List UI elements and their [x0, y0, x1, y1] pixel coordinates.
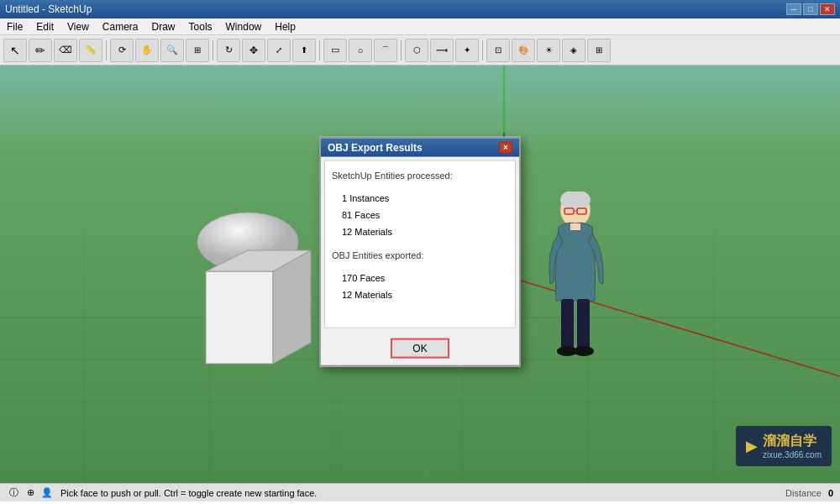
spacer-1 — [332, 184, 508, 191]
menubar: File Edit View Camera Draw Tools Window … — [0, 18, 840, 35]
tool-select[interactable]: ↖ — [3, 39, 27, 62]
dialog-body: SketchUp Entities processed: 1 Instances… — [324, 160, 516, 328]
tool-pushpull[interactable]: ⬆ — [292, 39, 316, 62]
distance-value: 0 — [828, 488, 833, 498]
close-button[interactable]: ✕ — [820, 3, 835, 15]
menu-camera[interactable]: Camera — [96, 18, 145, 34]
menu-file[interactable]: File — [0, 18, 29, 34]
info-icon[interactable]: ⓘ — [7, 486, 20, 500]
tool-layers[interactable]: ⊞ — [587, 39, 611, 62]
spacer-2 — [332, 240, 508, 247]
dialog-overlay: OBJ Export Results × SketchUp Entities p… — [0, 66, 840, 483]
tool-offset[interactable]: ⬡ — [405, 39, 428, 62]
menu-view[interactable]: View — [60, 18, 96, 34]
menu-tools[interactable]: Tools — [182, 18, 219, 34]
menu-draw[interactable]: Draw — [145, 18, 182, 34]
tool-zoom[interactable]: 🔍 — [160, 39, 184, 62]
tool-pencil[interactable]: ✏ — [29, 39, 52, 62]
dialog-instances: 1 Instances — [332, 191, 508, 207]
separator-2 — [213, 40, 213, 60]
dialog-title: OBJ Export Results — [328, 141, 423, 153]
status-icons: ⓘ ⊕ 👤 — [7, 486, 54, 500]
tool-scale[interactable]: ⤢ — [267, 39, 291, 62]
tool-styles[interactable]: ◈ — [562, 39, 585, 62]
tool-rectangle[interactable]: ▭ — [323, 39, 347, 62]
tool-eraser[interactable]: ⌫ — [54, 39, 77, 62]
titlebar-title: Untitled - SketchUp — [5, 3, 92, 15]
obj-export-dialog: OBJ Export Results × SketchUp Entities p… — [319, 136, 521, 366]
section1-label: SketchUp Entities processed: — [332, 167, 508, 184]
tool-tape[interactable]: 📏 — [79, 39, 102, 62]
tool-zoom-extents[interactable]: ⊞ — [186, 39, 209, 62]
person-icon[interactable]: 👤 — [40, 486, 54, 500]
dialog-materials1: 12 Materials — [332, 223, 508, 240]
status-text: Pick face to push or pull. Ctrl = toggle… — [60, 488, 779, 498]
viewport[interactable]: OBJ Export Results × SketchUp Entities p… — [0, 66, 840, 483]
dialog-materials2: 12 Materials — [332, 287, 508, 304]
minimize-button[interactable]: ─ — [786, 3, 801, 15]
separator-5 — [482, 40, 483, 60]
dialog-titlebar: OBJ Export Results × — [321, 138, 519, 156]
statusbar: ⓘ ⊕ 👤 Pick face to push or pull. Ctrl = … — [0, 483, 840, 501]
titlebar: Untitled - SketchUp ─ □ ✕ — [0, 0, 840, 18]
separator-1 — [106, 40, 107, 60]
tool-rotate[interactable]: ↻ — [217, 39, 240, 62]
maximize-button[interactable]: □ — [803, 3, 818, 15]
ok-button[interactable]: OK — [391, 338, 449, 358]
menu-window[interactable]: Window — [219, 18, 269, 34]
toolbar: ↖ ✏ ⌫ 📏 ⟳ ✋ 🔍 ⊞ ↻ ✥ ⤢ ⬆ ▭ ○ ⌒ ⬡ ⟿ ✦ ⊡ 🎨 … — [0, 35, 840, 66]
distance-label: Distance — [785, 488, 822, 498]
spacer-3 — [332, 264, 508, 270]
tool-pan[interactable]: ✋ — [135, 39, 159, 62]
dialog-footer: OK — [321, 331, 519, 365]
tool-followme[interactable]: ⟿ — [430, 39, 454, 62]
tool-shadows[interactable]: ☀ — [537, 39, 560, 62]
separator-3 — [319, 40, 320, 60]
dialog-faces1: 81 Faces — [332, 207, 508, 224]
tool-intersect[interactable]: ✦ — [455, 39, 479, 62]
tool-arc[interactable]: ⌒ — [374, 39, 397, 62]
menu-help[interactable]: Help — [268, 18, 302, 34]
tool-materials[interactable]: 🎨 — [512, 39, 535, 62]
dialog-close-button[interactable]: × — [499, 141, 512, 153]
titlebar-controls: ─ □ ✕ — [786, 3, 835, 15]
separator-4 — [401, 40, 402, 60]
geo-icon[interactable]: ⊕ — [24, 486, 37, 500]
tool-components[interactable]: ⊡ — [486, 39, 510, 62]
menu-edit[interactable]: Edit — [29, 18, 60, 34]
section2-label: OBJ Entities exported: — [332, 247, 508, 264]
tool-circle[interactable]: ○ — [349, 39, 372, 62]
tool-orbit[interactable]: ⟳ — [110, 39, 134, 62]
dialog-faces2: 170 Faces — [332, 270, 508, 287]
tool-move[interactable]: ✥ — [242, 39, 265, 62]
